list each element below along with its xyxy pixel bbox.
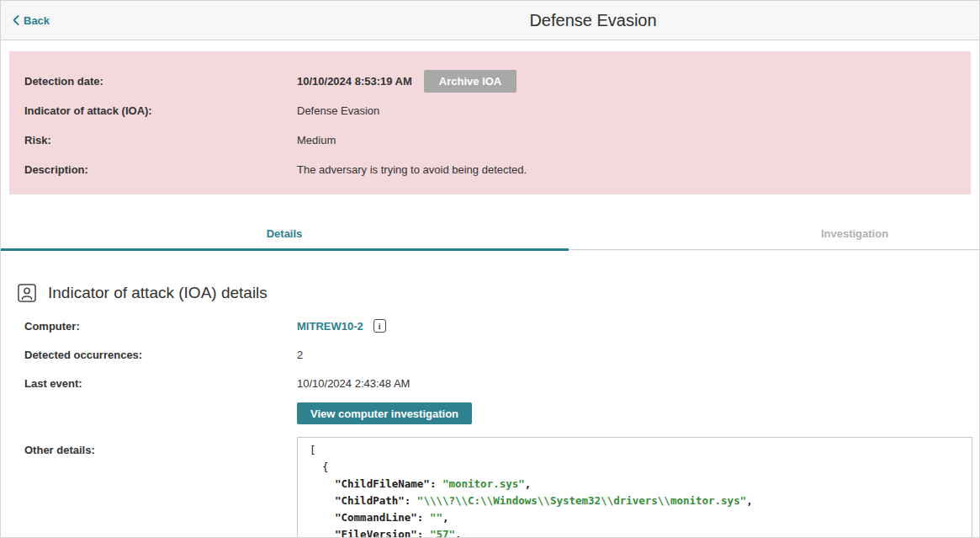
summary-row-ioa: Indicator of attack (IOA): Defense Evasi… [24,96,956,125]
view-computer-investigation-button[interactable]: View computer investigation [297,402,472,424]
code-line: "FileVersion": "57", [310,526,960,538]
description-value: The adversary is trying to avoid being d… [297,163,527,176]
occurrences-label: Detected occurrences: [24,349,297,361]
other-details-label: Other details: [24,437,297,456]
active-tab-underline [1,248,569,251]
code-line: { [310,459,960,476]
archive-ioa-button[interactable]: Archive IOA [424,70,516,93]
back-label: Back [24,14,50,27]
detail-row-last-event: Last event: 10/10/2024 2:43:48 AM [1,369,979,397]
top-bar: Back Defense Evasion [1,1,979,40]
ioa-detail-page: Back Defense Evasion Detection date: 10/… [0,0,980,538]
last-event-label: Last event: [24,377,297,390]
summary-row-description: Description: The adversary is trying to … [24,155,956,184]
computer-label: Computer: [24,320,297,333]
tab-details[interactable]: Details [267,227,303,240]
computer-link[interactable]: MITREW10-2 [297,320,363,333]
summary-row-risk: Risk: Medium [24,125,956,155]
tab-investigation[interactable]: Investigation [821,227,888,240]
occurrences-value: 2 [297,349,303,361]
section-header: Indicator of attack (IOA) details [16,281,979,305]
description-label: Description: [24,163,297,176]
computer-user-icon [16,282,38,304]
section-title: Indicator of attack (IOA) details [48,284,268,302]
ioa-label: Indicator of attack (IOA): [24,104,297,117]
code-line: "ChildPath": "\\\\?\\C:\\Windows\\System… [310,493,960,509]
risk-value: Medium [297,134,336,146]
summary-row-detection-date: Detection date: 10/10/2024 8:53:19 AM Ar… [24,67,956,96]
page-title: Defense Evasion [529,11,656,30]
detail-row-computer: Computer: MITREW10-2 i [1,312,979,340]
detection-date-label: Detection date: [24,75,297,88]
info-icon[interactable]: i [373,319,386,333]
code-line: "ChildFileName": "monitor.sys", [310,476,960,493]
chevron-left-icon [13,15,19,25]
code-line: "CommandLine": "", [310,509,960,526]
detail-row-other-details: Other details: [{"ChildFileName": "monit… [1,437,979,538]
details-tab-content: Indicator of attack (IOA) details Comput… [1,250,979,538]
last-event-value: 10/10/2024 2:43:48 AM [297,377,410,390]
ioa-value: Defense Evasion [297,104,379,117]
other-details-json-viewer: [{"ChildFileName": "monitor.sys","ChildP… [297,437,972,538]
back-button[interactable]: Back [13,14,50,27]
investigation-button-row: View computer investigation [1,402,979,424]
detection-summary-panel: Detection date: 10/10/2024 8:53:19 AM Ar… [9,51,971,194]
risk-label: Risk: [24,134,297,146]
detection-date-value: 10/10/2024 8:53:19 AM [297,75,412,88]
detail-row-occurrences: Detected occurrences: 2 [1,340,979,369]
code-line: [ [310,442,960,459]
tab-bar: Details Investigation [1,194,979,250]
